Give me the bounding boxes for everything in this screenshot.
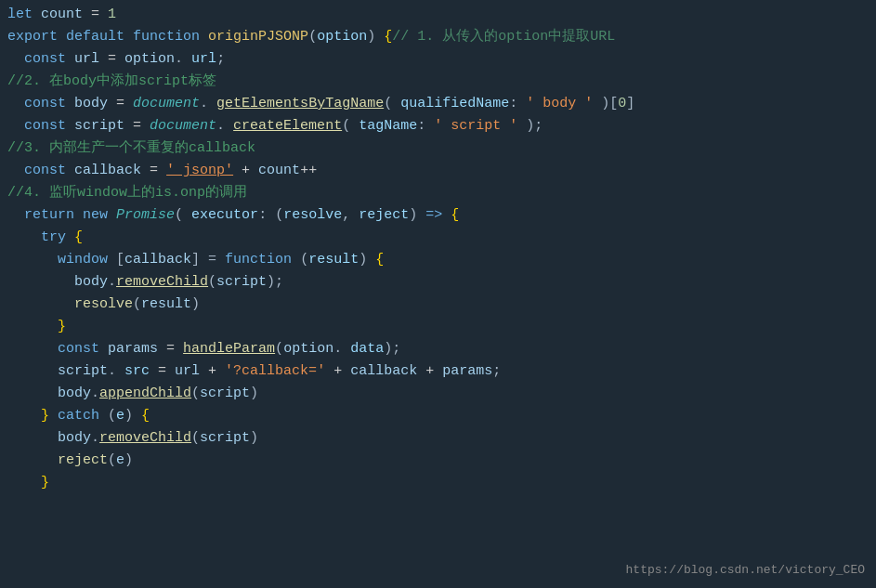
str-callback-param: '?callback=' (225, 360, 325, 383)
code-line-14: resolve ( result ) (0, 294, 876, 316)
keyword-let: let (7, 4, 33, 26)
kw-promise: Promise (116, 204, 175, 227)
code-line-21: reject ( e ) (0, 450, 876, 472)
var-script: script (74, 115, 124, 137)
code-line-10: return new Promise ( executor : ( resolv… (0, 204, 876, 227)
code-line-7: //3. 内部生产一个不重复的callback (0, 137, 876, 160)
str-script: ' script ' (434, 115, 517, 137)
num-1: 1 (108, 4, 116, 26)
code-line-22: } (0, 472, 876, 494)
var-option2: option (283, 338, 333, 360)
kw-try: try (41, 227, 66, 249)
code-line-4: //2. 在body中添加script标签 (0, 71, 876, 93)
code-line-3: const url = option . url ; (0, 48, 876, 71)
str-jsonp: ' jsonp' (166, 160, 233, 182)
param-qualifiedname: qualifiedName (400, 93, 509, 115)
kw-function: function (133, 26, 200, 48)
param-reject: reject (359, 204, 409, 227)
arrow: => (425, 204, 442, 227)
op-eq: = (83, 4, 108, 26)
kw-new: new (83, 204, 108, 227)
code-line-11: try { (0, 227, 876, 249)
param-option: option (317, 26, 367, 48)
code-editor: let count = 1 export default function or… (0, 0, 876, 588)
param-e: e (116, 405, 124, 427)
var-params2: params (442, 360, 492, 383)
method-createelement: createElement (233, 115, 342, 137)
method-removechild: removeChild (116, 271, 208, 294)
var-option: option (124, 48, 175, 71)
url-watermark: https://blog.csdn.net/victory_CEO (626, 561, 865, 581)
space (33, 4, 41, 26)
var-callback3: callback (350, 360, 417, 383)
method-resolve: resolve (74, 294, 133, 316)
kw-catch: catch (58, 405, 99, 427)
method-reject: reject (58, 450, 108, 472)
var-count: count (41, 4, 83, 26)
kw-const: const (24, 48, 66, 71)
var-script3: script (58, 360, 108, 383)
method-handleparam: handleParam (183, 338, 275, 360)
prop-data: data (350, 338, 384, 360)
code-line-2: export default function originPJSONP ( o… (0, 26, 876, 48)
comment-4: //4. 监听window上的is.onp的调用 (7, 182, 247, 204)
comment-3: //3. 内部生产一个不重复的callback (7, 137, 255, 160)
kw-document: document (133, 93, 200, 115)
var-script2: script (216, 271, 267, 294)
prop-src: src (124, 360, 150, 383)
str-body: ' body ' (526, 93, 593, 115)
var-callback2: callback (124, 249, 191, 271)
param-tagname: tagName (359, 115, 417, 137)
method-getelementsbytagname: getElementsByTagName (216, 93, 384, 115)
comment-1: // 1. 从传入的option中提取URL (392, 26, 615, 48)
var-body4: body (58, 427, 91, 450)
kw-default: default (66, 26, 124, 48)
code-line-17: script . src = url + '?callback=' + call… (0, 360, 876, 383)
method-appendchild: appendChild (99, 383, 191, 405)
var-url2: url (175, 360, 200, 383)
code-line-15: } (0, 316, 876, 338)
param-executor: executor (191, 204, 258, 227)
code-line-20: body . removeChild ( script ) (0, 427, 876, 450)
code-line-5: const body = document . getElementsByTag… (0, 93, 876, 115)
var-body3: body (58, 383, 91, 405)
var-body: body (74, 93, 108, 115)
comment-2: //2. 在body中添加script标签 (7, 71, 216, 93)
var-body2: body (74, 271, 108, 294)
var-params: params (108, 338, 158, 360)
code-line-9: //4. 监听window上的is.onp的调用 (0, 182, 876, 204)
code-line-19: } catch ( e ) { (0, 405, 876, 427)
kw-return: return (24, 204, 74, 227)
kw-export: export (7, 26, 58, 48)
prop-url: url (191, 48, 216, 71)
fn-name: originPJSONP (208, 26, 308, 48)
code-line-6: const script = document . createElement … (0, 115, 876, 137)
var-e: e (116, 450, 124, 472)
param-resolve: resolve (283, 204, 342, 227)
method-removechild2: removeChild (99, 427, 191, 450)
code-line-12: window [ callback ] = function ( result … (0, 249, 876, 271)
var-result: result (141, 294, 191, 316)
param-result: result (308, 249, 359, 271)
code-line-16: const params = handleParam ( option . da… (0, 338, 876, 360)
kw-window: window (58, 249, 108, 271)
code-line-1: let count = 1 (0, 4, 876, 26)
var-callback: callback (74, 160, 141, 182)
var-script4: script (200, 383, 250, 405)
code-line-8: const callback = ' jsonp' + count ++ (0, 160, 876, 182)
var-url: url (74, 48, 99, 71)
var-script5: script (200, 427, 250, 450)
code-line-13: body . removeChild ( script ); (0, 271, 876, 294)
code-line-18: body . appendChild ( script ) (0, 383, 876, 405)
